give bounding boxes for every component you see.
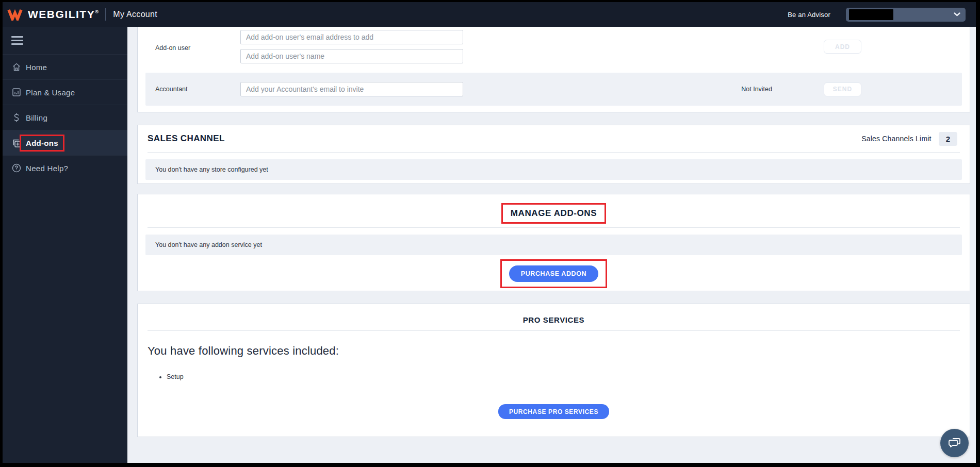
accountant-email-input[interactable] [240, 82, 463, 96]
sales-channels-limit-label: Sales Channels Limit [861, 135, 932, 143]
sidebar-item-billing[interactable]: Billing [3, 105, 127, 130]
divider [148, 227, 960, 228]
brand-name: WEBGILITY® [28, 8, 99, 21]
addon-user-email-input[interactable] [240, 30, 463, 44]
sidebar-item-label: Need Help? [26, 164, 68, 173]
manage-addons-empty-message: You don't have any addon service yet [145, 235, 962, 255]
page-title: My Account [113, 10, 157, 19]
chevron-down-icon [954, 12, 960, 16]
app-window: WEBGILITY® My Account Be an Advisor [3, 2, 976, 463]
add-button[interactable]: ADD [824, 40, 861, 54]
help-icon [11, 163, 22, 173]
brand: WEBGILITY® [7, 8, 99, 21]
annotation-red-box: MANAGE ADD-ONS [501, 203, 606, 224]
chat-bubbles-icon [948, 436, 961, 451]
manage-addons-card: MANAGE ADD-ONS You don't have any addon … [137, 194, 970, 291]
be-an-advisor-link[interactable]: Be an Advisor [788, 11, 830, 19]
account-dropdown[interactable] [846, 8, 966, 22]
addon-user-label: Add-on user [145, 30, 240, 52]
sidebar-item-label: Plan & Usage [26, 88, 75, 97]
sales-channel-empty-message: You don't have any store configured yet [145, 159, 962, 180]
divider [148, 152, 960, 153]
billing-icon [11, 113, 22, 122]
webgility-logo-icon [7, 9, 23, 21]
pro-services-card: PRO SERVICES You have following services… [137, 304, 970, 437]
plan-usage-icon [11, 88, 22, 97]
list-item: Setup [167, 373, 970, 380]
header-divider [105, 8, 106, 21]
sidebar-item-plan-usage[interactable]: Plan & Usage [3, 79, 127, 105]
top-bar: WEBGILITY® My Account Be an Advisor [3, 2, 976, 27]
sales-channels-limit-badge: 2 [939, 132, 957, 146]
manage-addons-title: MANAGE ADD-ONS [511, 208, 597, 218]
purchase-pro-services-button[interactable]: PURCHASE PRO SERVICES [498, 404, 609, 419]
accountant-label: Accountant [145, 86, 240, 93]
annotation-red-box: PURCHASE ADDON [500, 259, 607, 288]
sidebar-item-label: Billing [26, 113, 47, 122]
users-card: Add-on user ADD Accountant [137, 27, 970, 112]
pro-services-title: PRO SERVICES [523, 315, 584, 324]
hamburger-menu-button[interactable] [3, 27, 127, 54]
sidebar-item-home[interactable]: Home [3, 54, 127, 79]
accountant-row: Accountant Not Invited SEND [145, 73, 962, 106]
sidebar: Home Plan & Usage [3, 27, 127, 463]
screenshot-frame: WEBGILITY® My Account Be an Advisor [0, 0, 980, 467]
chat-widget-button[interactable] [940, 429, 969, 457]
purchase-addon-button[interactable]: PURCHASE ADDON [509, 265, 598, 282]
home-icon [11, 62, 22, 72]
sidebar-item-label: Home [26, 63, 47, 72]
sidebar-item-label: Add-ons [26, 139, 58, 147]
sales-channel-title: SALES CHANNEL [148, 134, 225, 144]
annotation-red-box: Add-ons [20, 135, 64, 152]
accountant-status: Not Invited [741, 86, 772, 93]
addon-user-name-input[interactable] [240, 49, 463, 63]
sales-channel-card: SALES CHANNEL Sales Channels Limit 2 You… [137, 125, 970, 184]
account-name-redacted [849, 9, 893, 20]
sidebar-item-add-ons[interactable]: Add-ons [3, 130, 127, 155]
included-services-heading: You have following services included: [138, 331, 970, 358]
included-services-list: Setup [167, 373, 970, 380]
registered-mark: ® [95, 9, 99, 14]
hamburger-icon [11, 36, 23, 45]
main-content: Add-on user ADD Accountant [127, 27, 976, 463]
send-button[interactable]: SEND [824, 82, 861, 96]
sidebar-item-need-help[interactable]: Need Help? [3, 155, 127, 180]
addon-user-row: Add-on user ADD [138, 30, 970, 63]
